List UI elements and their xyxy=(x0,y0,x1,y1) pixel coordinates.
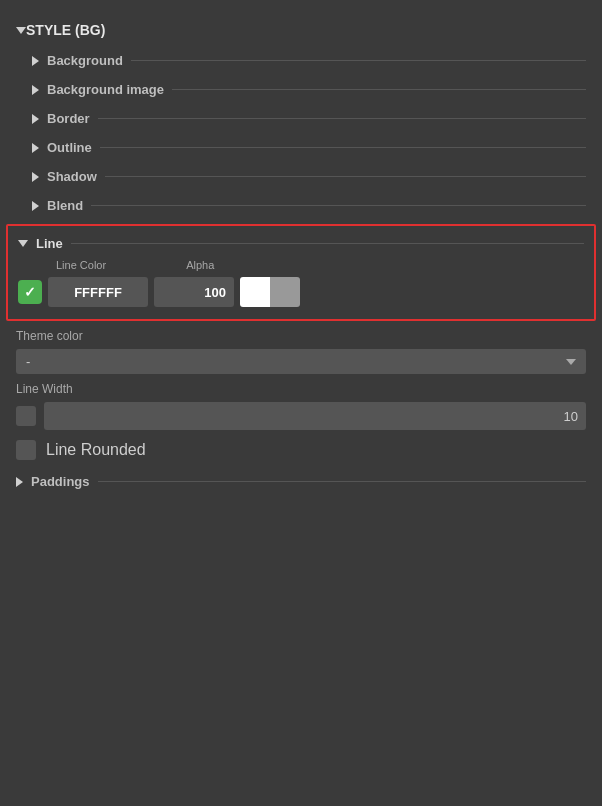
line-labels-row: Line Color Alpha xyxy=(8,257,594,273)
outline-divider xyxy=(100,147,586,148)
background-section[interactable]: Background xyxy=(0,46,602,75)
line-toggle-icon xyxy=(18,240,28,247)
line-width-label: Line Width xyxy=(0,378,602,398)
panel-collapse-icon xyxy=(16,27,26,34)
blend-label: Blend xyxy=(47,198,83,213)
checkmark-icon: ✓ xyxy=(24,284,36,300)
paddings-divider xyxy=(98,481,586,482)
outline-section[interactable]: Outline xyxy=(0,133,602,162)
background-toggle-icon xyxy=(32,56,39,66)
background-image-section[interactable]: Background image xyxy=(0,75,602,104)
paddings-section[interactable]: Paddings xyxy=(0,466,602,497)
panel-title-text: STYLE (BG) xyxy=(26,22,105,38)
line-color-input[interactable] xyxy=(48,277,148,307)
line-width-checkbox[interactable] xyxy=(16,406,36,426)
line-color-preview[interactable] xyxy=(240,277,300,307)
shadow-section[interactable]: Shadow xyxy=(0,162,602,191)
shadow-label: Shadow xyxy=(47,169,97,184)
color-preview-grey xyxy=(270,277,300,307)
line-rounded-checkbox[interactable] xyxy=(16,440,36,460)
panel-title[interactable]: STYLE (BG) xyxy=(0,12,602,46)
border-divider xyxy=(98,118,586,119)
shadow-toggle-icon xyxy=(32,172,39,182)
line-rounded-row: Line Rounded xyxy=(0,434,602,466)
background-image-divider xyxy=(172,89,586,90)
background-divider xyxy=(131,60,586,61)
line-alpha-input[interactable] xyxy=(154,277,234,307)
outline-toggle-icon xyxy=(32,143,39,153)
background-image-toggle-icon xyxy=(32,85,39,95)
line-controls-row: ✓ xyxy=(8,273,594,311)
line-width-input[interactable] xyxy=(44,402,586,430)
line-rounded-label: Line Rounded xyxy=(46,441,146,459)
blend-toggle-icon xyxy=(32,201,39,211)
border-section[interactable]: Border xyxy=(0,104,602,133)
blend-divider xyxy=(91,205,586,206)
border-label: Border xyxy=(47,111,90,126)
background-image-label: Background image xyxy=(47,82,164,97)
style-panel: STYLE (BG) Background Background image B… xyxy=(0,0,602,509)
border-toggle-icon xyxy=(32,114,39,124)
blend-section[interactable]: Blend xyxy=(0,191,602,220)
shadow-divider xyxy=(105,176,586,177)
paddings-toggle-icon xyxy=(16,477,23,487)
line-color-label: Line Color xyxy=(56,259,106,271)
line-alpha-label: Alpha xyxy=(186,259,214,271)
line-label: Line xyxy=(36,236,63,251)
color-preview-white xyxy=(240,277,270,307)
line-enable-checkbox[interactable]: ✓ xyxy=(18,280,42,304)
line-section-header[interactable]: Line xyxy=(8,230,594,257)
line-header-divider xyxy=(71,243,584,244)
theme-color-dropdown[interactable]: - xyxy=(16,349,586,374)
theme-color-value: - xyxy=(26,354,30,369)
dropdown-arrow-icon xyxy=(566,359,576,365)
paddings-label: Paddings xyxy=(31,474,90,489)
line-section: Line Line Color Alpha ✓ xyxy=(6,224,596,321)
outline-label: Outline xyxy=(47,140,92,155)
background-label: Background xyxy=(47,53,123,68)
line-width-row xyxy=(0,398,602,434)
theme-color-label: Theme color xyxy=(0,325,602,345)
